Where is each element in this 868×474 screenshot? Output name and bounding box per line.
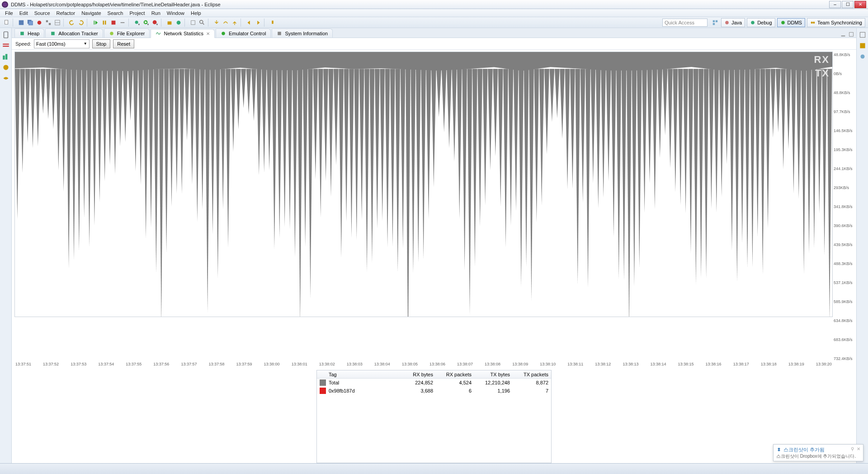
stop-icon[interactable] xyxy=(109,19,118,27)
disconnect-icon[interactable] xyxy=(118,19,127,27)
windows-taskbar[interactable] xyxy=(0,463,868,474)
menu-project[interactable]: Project xyxy=(126,10,148,16)
svg-marker-86 xyxy=(195,69,200,222)
tab-allocation[interactable]: Allocation Tracker xyxy=(45,28,103,38)
menu-search[interactable]: Search xyxy=(104,10,127,16)
close-tab-icon[interactable]: ✕ xyxy=(206,31,210,36)
pause-icon[interactable] xyxy=(100,19,108,27)
tab-network-stats[interactable]: Network Statistics✕ xyxy=(151,29,214,38)
perspective-debug[interactable]: Debug xyxy=(747,18,775,27)
tab-emulator[interactable]: Emulator Control xyxy=(216,28,271,38)
menu-file[interactable]: File xyxy=(2,10,16,16)
undo-icon[interactable] xyxy=(68,19,76,27)
dropbox-toast[interactable]: ⚲ ✕ 스크린샷이 추가됨 스크린샷이 Dropbox에 추가되었습니다. xyxy=(773,444,863,461)
table-row[interactable]: 0x98fb187d 3,688 6 1,196 7 xyxy=(317,387,551,395)
step-return-icon[interactable] xyxy=(231,19,239,27)
svg-marker-201 xyxy=(786,69,791,149)
col-tx-bytes[interactable]: TX bytes xyxy=(474,372,513,377)
svg-point-32 xyxy=(725,21,729,24)
chevron-down-icon: ▼ xyxy=(84,42,87,46)
menu-refactor[interactable]: Refactor xyxy=(53,10,79,16)
hierarchy-icon[interactable] xyxy=(44,19,52,27)
quick-access-input[interactable]: Quick Access xyxy=(662,19,708,27)
svg-marker-20 xyxy=(156,24,158,25)
svg-marker-138 xyxy=(462,69,467,270)
perspective-ddms[interactable]: DDMS xyxy=(777,18,805,27)
menu-help[interactable]: Help xyxy=(188,10,204,16)
col-rx-bytes[interactable]: RX bytes xyxy=(397,372,436,377)
minimize-button[interactable]: – xyxy=(829,1,841,8)
svg-marker-146 xyxy=(503,69,508,247)
table-row[interactable]: Total 224,852 4,524 12,210,248 8,872 xyxy=(317,379,551,387)
maximize-view-icon[interactable] xyxy=(848,31,854,38)
perspective-java[interactable]: Java xyxy=(721,18,745,27)
toast-close-icon[interactable]: ✕ xyxy=(857,446,860,451)
minimize-view-icon[interactable] xyxy=(840,31,846,38)
svg-marker-176 xyxy=(657,69,662,158)
threads-view-icon[interactable] xyxy=(2,42,10,50)
svg-marker-104 xyxy=(288,69,292,229)
pin-icon[interactable] xyxy=(269,19,277,27)
save-all-icon[interactable] xyxy=(26,19,34,27)
svg-marker-116 xyxy=(349,69,354,237)
svg-marker-69 xyxy=(108,69,113,165)
svg-marker-127 xyxy=(406,69,410,317)
col-tx-packets[interactable]: TX packets xyxy=(513,372,551,377)
svg-marker-135 xyxy=(447,69,452,148)
reset-button[interactable]: Reset xyxy=(113,39,134,48)
open-type-icon[interactable] xyxy=(189,19,197,27)
devices-view-icon[interactable] xyxy=(2,31,10,39)
speed-select[interactable]: Fast (100ms)▼ xyxy=(34,39,90,48)
menu-edit[interactable]: Edit xyxy=(16,10,31,16)
run-dropdown-icon[interactable] xyxy=(142,19,150,27)
new-package-icon[interactable] xyxy=(165,19,174,27)
svg-marker-50 xyxy=(15,52,832,71)
menu-navigate[interactable]: Navigate xyxy=(78,10,104,16)
layout-icon[interactable] xyxy=(53,19,61,27)
svg-marker-175 xyxy=(652,69,657,209)
svg-marker-195 xyxy=(755,69,760,237)
menu-window[interactable]: Window xyxy=(164,10,188,16)
maximize-button[interactable]: ☐ xyxy=(842,1,854,8)
outline-view-icon[interactable] xyxy=(859,31,867,39)
alloc-view-icon[interactable] xyxy=(2,63,10,71)
new-class-icon[interactable] xyxy=(175,19,183,27)
svg-marker-55 xyxy=(35,69,40,146)
step-into-icon[interactable] xyxy=(212,19,221,27)
redo-icon[interactable] xyxy=(77,19,85,27)
tab-sysinfo[interactable]: System Information xyxy=(272,28,333,38)
new-icon[interactable] xyxy=(3,19,11,27)
step-over-icon[interactable] xyxy=(222,19,230,27)
debug-dropdown-icon[interactable] xyxy=(133,19,141,27)
svg-marker-81 xyxy=(169,69,174,207)
ext-tools-icon[interactable] xyxy=(151,19,159,27)
svg-marker-160 xyxy=(575,69,580,284)
close-button[interactable]: ✕ xyxy=(854,1,866,8)
menu-source[interactable]: Source xyxy=(31,10,53,16)
svg-marker-209 xyxy=(827,69,832,317)
restore-view-icon[interactable] xyxy=(859,42,867,50)
col-tag[interactable]: Tag xyxy=(326,372,397,377)
other-view-icon[interactable] xyxy=(859,52,867,61)
record-icon[interactable] xyxy=(35,19,43,27)
tab-heap[interactable]: Heap xyxy=(14,28,44,38)
stop-button[interactable]: Stop xyxy=(92,39,111,48)
svg-marker-51 xyxy=(15,69,20,219)
svg-rect-23 xyxy=(191,20,195,24)
sysinfo-view-icon[interactable] xyxy=(2,74,10,82)
heap-view-icon[interactable] xyxy=(2,52,10,61)
resume-icon[interactable] xyxy=(91,19,99,27)
pin-icon[interactable]: ⚲ xyxy=(851,446,854,451)
perspective-team[interactable]: Team Synchronizing xyxy=(807,18,865,27)
menu-run[interactable]: Run xyxy=(148,10,164,16)
forward-icon[interactable] xyxy=(254,19,262,27)
svg-marker-181 xyxy=(683,69,688,213)
col-rx-packets[interactable]: RX packets xyxy=(436,372,474,377)
svg-point-42 xyxy=(3,65,8,70)
open-perspective-icon[interactable] xyxy=(711,19,719,27)
svg-marker-61 xyxy=(66,69,71,269)
search-icon[interactable] xyxy=(198,19,206,27)
tab-file-explorer[interactable]: File Explorer xyxy=(104,28,150,38)
back-icon[interactable] xyxy=(245,19,253,27)
save-icon[interactable] xyxy=(17,19,25,27)
